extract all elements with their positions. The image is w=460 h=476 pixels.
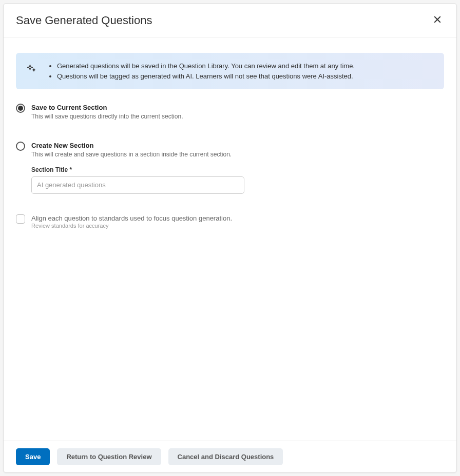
sparkle-icon [26, 63, 36, 75]
return-button[interactable]: Return to Question Review [57, 448, 161, 465]
radio-save-current[interactable] [16, 104, 25, 113]
dialog-footer: Save Return to Question Review Cancel an… [4, 441, 456, 472]
checkbox-description: Review standards for accuracy [31, 223, 444, 229]
save-options-group: Save to Current Section This will save q… [16, 104, 444, 229]
section-title-input[interactable] [31, 176, 244, 194]
checkbox-option-align[interactable]: Align each question to standards used to… [16, 214, 444, 229]
info-bullet: Generated questions will be saved in the… [57, 61, 355, 71]
info-bullet: Questions will be tagged as generated wi… [57, 71, 355, 82]
radio-label-block: Create New Section This will create and … [31, 142, 444, 194]
section-title-label: Section Title * [31, 166, 444, 173]
dialog-header: Save Generated Questions [4, 4, 456, 37]
radio-description: This will create and save questions in a… [31, 150, 444, 159]
radio-option-save-current[interactable]: Save to Current Section This will save q… [16, 104, 444, 121]
radio-title: Create New Section [31, 142, 444, 149]
save-questions-dialog: Save Generated Questions Generated quest… [3, 3, 457, 473]
info-bullet-list: Generated questions will be saved in the… [45, 61, 355, 81]
checkbox-title: Align each question to standards used to… [31, 214, 444, 222]
radio-label-block: Save to Current Section This will save q… [31, 104, 444, 121]
save-button[interactable]: Save [16, 448, 50, 465]
radio-title: Save to Current Section [31, 104, 444, 111]
dialog-body: Generated questions will be saved in the… [4, 37, 456, 441]
radio-option-create-new[interactable]: Create New Section This will create and … [16, 142, 444, 194]
radio-create-new[interactable] [16, 142, 25, 151]
checkbox-label-block: Align each question to standards used to… [31, 214, 444, 229]
close-button[interactable] [431, 13, 444, 28]
checkbox-align-standards[interactable] [16, 214, 25, 224]
info-banner: Generated questions will be saved in the… [16, 53, 444, 89]
section-title-field: Section Title * [31, 166, 444, 194]
close-icon [433, 15, 442, 26]
radio-description: This will save questions directly into t… [31, 112, 444, 121]
cancel-button[interactable]: Cancel and Discard Questions [168, 448, 283, 465]
dialog-title: Save Generated Questions [16, 14, 152, 27]
